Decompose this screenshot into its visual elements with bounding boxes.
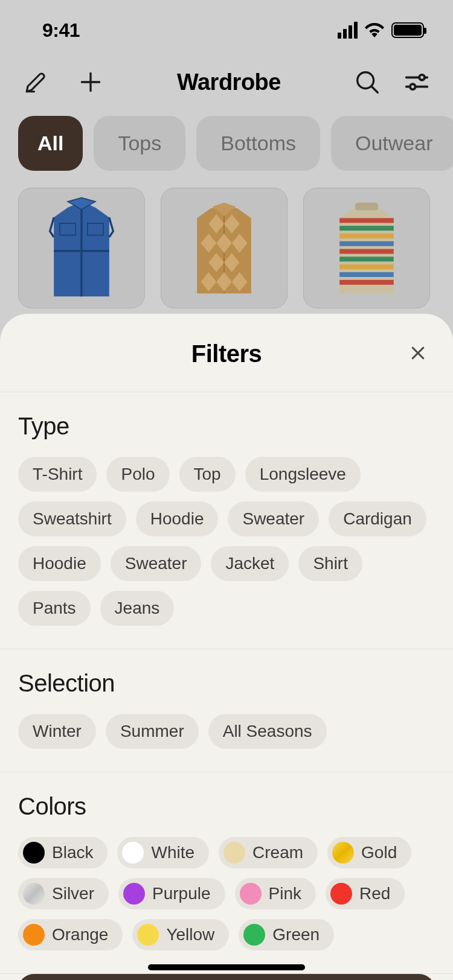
color-chips: BlackWhiteCreamGoldSilverPurpulePinkRedO… xyxy=(18,837,435,950)
color-chip[interactable]: Black xyxy=(18,837,108,868)
type-chip[interactable]: Cardigan xyxy=(329,501,426,536)
color-label: Silver xyxy=(52,884,94,903)
svg-rect-4 xyxy=(88,223,103,235)
color-swatch xyxy=(223,842,245,864)
type-chip[interactable]: Hoodie xyxy=(136,501,219,536)
type-chip[interactable]: Sweatshirt xyxy=(18,501,126,536)
svg-rect-7 xyxy=(339,226,394,231)
color-label: Purpule xyxy=(152,884,211,903)
color-chip[interactable]: Red xyxy=(326,878,405,909)
sheet-footer: Show Items 10 xyxy=(0,974,453,980)
edit-button[interactable] xyxy=(21,66,52,98)
color-swatch xyxy=(137,924,159,946)
color-swatch xyxy=(123,883,145,905)
add-button[interactable] xyxy=(75,66,106,98)
selection-chip[interactable]: All Seasons xyxy=(208,714,327,749)
color-label: Pink xyxy=(269,884,301,903)
type-chip[interactable]: Shirt xyxy=(298,546,362,581)
color-swatch xyxy=(332,842,354,864)
type-chip[interactable]: Jeans xyxy=(100,591,175,626)
svg-rect-10 xyxy=(339,249,394,254)
filter-button[interactable] xyxy=(401,66,432,98)
filter-section-type: Type T-ShirtPoloTopLongsleeveSweatshirtH… xyxy=(0,392,453,649)
sweater-image xyxy=(318,194,415,302)
type-chip[interactable]: Sweater xyxy=(228,501,319,536)
show-items-button[interactable]: Show Items 10 xyxy=(18,974,435,980)
color-swatch xyxy=(23,924,45,946)
color-chip[interactable]: Silver xyxy=(18,878,109,909)
color-chip[interactable]: Orange xyxy=(18,919,123,950)
sliders-icon xyxy=(403,68,431,96)
wifi-icon xyxy=(365,23,384,37)
type-chip[interactable]: Jacket xyxy=(211,546,289,581)
sheet-title: Filters xyxy=(0,340,453,368)
svg-rect-11 xyxy=(339,256,394,261)
type-chip[interactable]: Pants xyxy=(18,591,91,626)
selection-chips: WinterSummerAll Seasons xyxy=(18,714,435,749)
close-icon xyxy=(409,344,427,362)
color-label: Orange xyxy=(52,925,108,944)
section-label: Colors xyxy=(18,793,435,820)
status-indicators xyxy=(338,22,424,39)
color-label: Gold xyxy=(361,843,397,862)
filter-section-colors: Colors BlackWhiteCreamGoldSilverPurpuleP… xyxy=(0,772,453,974)
type-chip[interactable]: T-Shirt xyxy=(18,457,97,492)
selection-chip[interactable]: Summer xyxy=(106,714,199,749)
clothing-item[interactable] xyxy=(18,188,145,308)
svg-rect-13 xyxy=(339,272,394,277)
battery-icon xyxy=(391,22,424,38)
svg-point-1 xyxy=(419,75,425,80)
color-label: White xyxy=(151,843,194,862)
svg-rect-12 xyxy=(339,264,394,269)
color-swatch xyxy=(330,883,352,905)
status-time: 9:41 xyxy=(42,19,80,42)
svg-rect-9 xyxy=(339,241,394,246)
filters-sheet: Filters Type T-ShirtPoloTopLongsleeveSwe… xyxy=(0,314,453,980)
color-chip[interactable]: Gold xyxy=(327,837,411,868)
search-icon xyxy=(353,68,381,96)
category-tab[interactable]: Tops xyxy=(94,116,185,171)
type-chip[interactable]: Top xyxy=(179,457,236,492)
category-tabs: AllTopsBottomsOutwearF xyxy=(0,116,453,188)
color-chip[interactable]: White xyxy=(117,837,209,868)
clothing-item[interactable] xyxy=(161,188,288,308)
home-indicator xyxy=(148,964,305,970)
cellular-icon xyxy=(338,22,358,39)
clothing-grid xyxy=(0,188,453,308)
cardigan-image xyxy=(176,194,272,302)
clothing-item[interactable] xyxy=(303,188,430,308)
svg-point-2 xyxy=(410,84,416,89)
denim-jacket-image xyxy=(30,194,133,302)
color-chip[interactable]: Green xyxy=(239,919,334,950)
svg-rect-14 xyxy=(339,280,394,285)
color-swatch xyxy=(23,842,45,864)
section-label: Selection xyxy=(18,670,435,697)
type-chip[interactable]: Sweater xyxy=(111,546,202,581)
search-button[interactable] xyxy=(352,66,383,98)
color-chip[interactable]: Purpule xyxy=(118,878,225,909)
page-title: Wardrobe xyxy=(106,69,352,95)
type-chip[interactable]: Longsleeve xyxy=(245,457,361,492)
category-tab[interactable]: All xyxy=(18,116,83,171)
status-bar: 9:41 xyxy=(0,0,453,60)
category-tab[interactable]: Bottoms xyxy=(196,116,320,171)
color-swatch xyxy=(243,924,265,946)
color-chip[interactable]: Yellow xyxy=(132,919,229,950)
color-label: Black xyxy=(52,843,93,862)
svg-rect-5 xyxy=(355,203,378,211)
color-label: Green xyxy=(272,925,320,944)
selection-chip[interactable]: Winter xyxy=(18,714,96,749)
color-chip[interactable]: Pink xyxy=(235,878,316,909)
pencil-icon xyxy=(24,69,49,95)
filter-section-selection: Selection WinterSummerAll Seasons xyxy=(0,649,453,772)
type-chip[interactable]: Polo xyxy=(106,457,169,492)
color-label: Red xyxy=(359,884,390,903)
plus-icon xyxy=(77,69,104,95)
type-chip[interactable]: Hoodie xyxy=(18,546,101,581)
color-swatch xyxy=(23,883,45,905)
type-chips: T-ShirtPoloTopLongsleeveSweatshirtHoodie… xyxy=(18,457,435,626)
close-button[interactable] xyxy=(405,340,431,366)
category-tab[interactable]: Outwear xyxy=(331,116,453,171)
color-chip[interactable]: Cream xyxy=(219,837,318,868)
svg-rect-6 xyxy=(339,218,394,223)
